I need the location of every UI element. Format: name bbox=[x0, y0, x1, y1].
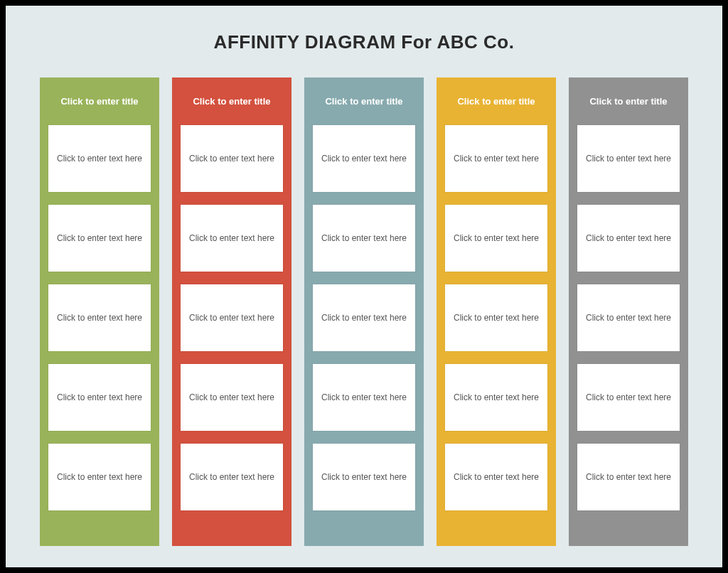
column-title[interactable]: Click to enter title bbox=[577, 77, 680, 125]
card[interactable]: Click to enter text here bbox=[577, 444, 680, 510]
card[interactable]: Click to enter text here bbox=[577, 125, 680, 192]
column-5: Click to enter titleClick to enter text … bbox=[569, 77, 688, 546]
diagram-title[interactable]: AFFINITY DIAGRAM For ABC Co. bbox=[40, 31, 688, 53]
card[interactable]: Click to enter text here bbox=[48, 364, 151, 431]
card[interactable]: Click to enter text here bbox=[445, 125, 547, 192]
column-title[interactable]: Click to enter title bbox=[48, 77, 151, 125]
column-1: Click to enter titleClick to enter text … bbox=[40, 77, 159, 546]
card[interactable]: Click to enter text here bbox=[577, 364, 680, 431]
card[interactable]: Click to enter text here bbox=[181, 364, 283, 431]
column-4: Click to enter titleClick to enter text … bbox=[437, 77, 556, 546]
card[interactable]: Click to enter text here bbox=[48, 205, 151, 272]
card[interactable]: Click to enter text here bbox=[445, 444, 547, 510]
column-title[interactable]: Click to enter title bbox=[313, 77, 415, 125]
card[interactable]: Click to enter text here bbox=[445, 205, 547, 272]
card[interactable]: Click to enter text here bbox=[313, 125, 415, 192]
card[interactable]: Click to enter text here bbox=[181, 284, 283, 351]
column-title[interactable]: Click to enter title bbox=[181, 77, 283, 125]
card[interactable]: Click to enter text here bbox=[48, 125, 151, 192]
card[interactable]: Click to enter text here bbox=[577, 284, 680, 351]
card[interactable]: Click to enter text here bbox=[577, 205, 680, 272]
card[interactable]: Click to enter text here bbox=[181, 205, 283, 272]
card[interactable]: Click to enter text here bbox=[445, 364, 547, 431]
card[interactable]: Click to enter text here bbox=[48, 284, 151, 351]
card[interactable]: Click to enter text here bbox=[313, 364, 415, 431]
column-3: Click to enter titleClick to enter text … bbox=[304, 77, 424, 546]
card[interactable]: Click to enter text here bbox=[48, 444, 151, 510]
column-2: Click to enter titleClick to enter text … bbox=[172, 77, 291, 546]
card[interactable]: Click to enter text here bbox=[181, 125, 283, 192]
card[interactable]: Click to enter text here bbox=[181, 444, 283, 510]
card[interactable]: Click to enter text here bbox=[313, 205, 415, 272]
outer-frame: AFFINITY DIAGRAM For ABC Co. Click to en… bbox=[0, 0, 728, 573]
card[interactable]: Click to enter text here bbox=[313, 444, 415, 510]
card[interactable]: Click to enter text here bbox=[445, 284, 547, 351]
column-title[interactable]: Click to enter title bbox=[445, 77, 547, 125]
columns-container: Click to enter titleClick to enter text … bbox=[40, 77, 688, 546]
card[interactable]: Click to enter text here bbox=[313, 284, 415, 351]
diagram-canvas: AFFINITY DIAGRAM For ABC Co. Click to en… bbox=[6, 6, 722, 567]
